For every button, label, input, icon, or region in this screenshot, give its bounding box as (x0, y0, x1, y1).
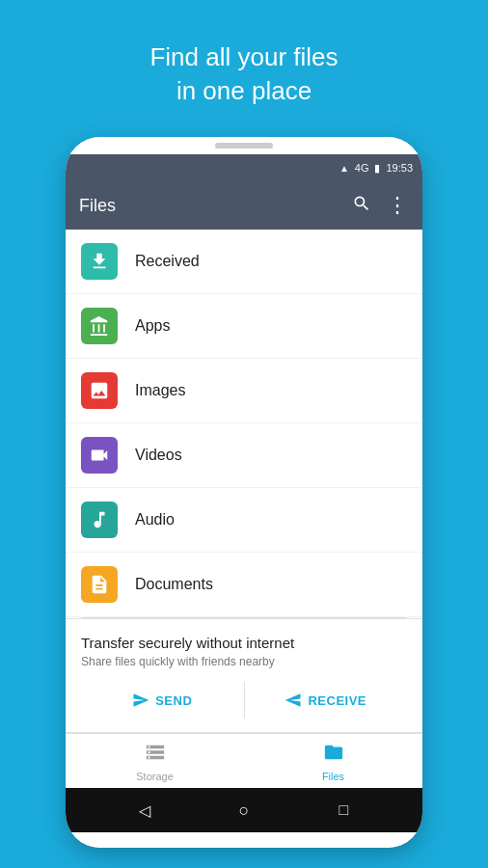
storage-nav-icon (145, 742, 166, 768)
documents-label: Documents (135, 576, 213, 593)
time-display: 19:53 (386, 162, 413, 174)
transfer-title: Transfer securely without internet (81, 635, 407, 651)
toolbar-title: Files (79, 196, 352, 216)
apps-icon (81, 308, 118, 344)
files-nav-icon (323, 742, 344, 768)
back-button[interactable]: ◁ (134, 800, 155, 821)
file-list: Received Apps Images (66, 230, 422, 617)
audio-label: Audio (135, 511, 175, 529)
received-label: Received (135, 253, 200, 270)
videos-label: Videos (135, 447, 182, 464)
list-item-images[interactable]: Images (66, 359, 422, 423)
images-label: Images (135, 382, 185, 399)
documents-icon (81, 566, 118, 603)
list-item-audio[interactable]: Audio (66, 488, 422, 553)
phone-speaker (215, 143, 273, 149)
transfer-buttons: SEND RECEIVE (81, 682, 407, 719)
audio-icon (81, 502, 118, 538)
header-text: Find all your files in one place (149, 41, 338, 108)
home-bar: ◁ ○ □ (66, 788, 422, 832)
storage-nav-label: Storage (136, 771, 174, 782)
videos-icon (81, 437, 118, 474)
status-bar: ▲ 4G ▮ 19:53 (66, 154, 422, 181)
send-button[interactable]: SEND (81, 682, 245, 719)
receive-button[interactable]: RECEIVE (245, 682, 408, 719)
list-item-apps[interactable]: Apps (66, 294, 422, 359)
phone-top-bar (66, 137, 422, 154)
list-item-received[interactable]: Received (66, 230, 422, 294)
bottom-nav: Storage Files (66, 733, 422, 788)
app-toolbar: Files ⋮ (66, 181, 422, 230)
received-icon (81, 243, 118, 280)
images-icon (81, 372, 118, 409)
more-options-icon[interactable]: ⋮ (387, 195, 409, 216)
battery-icon: ▮ (374, 162, 380, 175)
recents-button[interactable]: □ (333, 800, 354, 821)
files-nav-label: Files (322, 771, 344, 782)
list-item-videos[interactable]: Videos (66, 423, 422, 488)
apps-label: Apps (135, 317, 170, 335)
transfer-section: Transfer securely without internet Share… (66, 618, 422, 732)
search-icon[interactable] (352, 194, 371, 218)
phone-bottom-bar (66, 832, 422, 848)
nav-item-storage[interactable]: Storage (66, 734, 244, 788)
home-button[interactable]: ○ (233, 800, 255, 821)
transfer-subtitle: Share files quickly with friends nearby (81, 655, 407, 668)
network-indicator: 4G (355, 162, 369, 174)
list-item-documents[interactable]: Documents (66, 553, 422, 617)
phone-container: ▲ 4G ▮ 19:53 Files ⋮ Received (66, 137, 422, 848)
nav-item-files[interactable]: Files (244, 734, 422, 788)
signal-icon: ▲ (339, 163, 349, 174)
